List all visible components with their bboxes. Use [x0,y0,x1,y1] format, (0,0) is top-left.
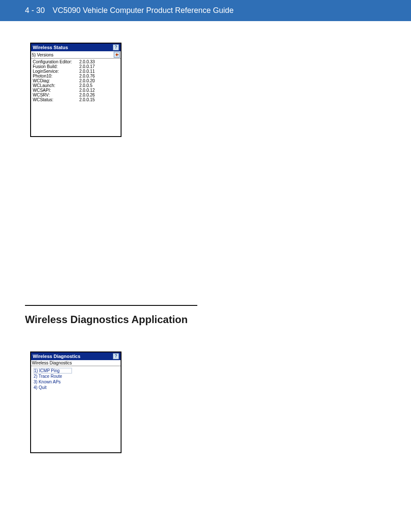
window-titlebar: Wireless Diagnostics ? [31,352,121,360]
version-label: WCDiag: [33,78,79,83]
window-subtitle: Wireless Diagnostics [32,361,72,365]
window-title: Wireless Status [33,45,112,50]
version-row: WCSAPI: 2.0.0.12 [33,88,119,93]
version-value: 2.0.0.76 [79,74,95,78]
version-label: WCStatus: [33,97,79,102]
diag-item-quit[interactable]: 4) Quit [34,385,118,390]
version-value: 2.0.0.26 [79,93,95,97]
version-value: 2.0.0.5 [79,83,93,88]
page-number: 4 - 30 [25,6,45,15]
help-icon[interactable]: ? [113,44,119,50]
version-value: 2.0.0.15 [79,97,95,102]
version-value: 2.0.0.33 [79,59,95,64]
version-row: WCLaunch: 2.0.0.5 [33,83,119,88]
wireless-status-window: Wireless Status ? 5) Versions Configurat… [30,43,121,137]
version-label: Photon10: [33,74,79,78]
diagnostics-menu: 1) ICMP Ping 2) Trace Route 3) Known APs… [31,366,121,452]
version-label: WCSAPI: [33,88,79,93]
diag-item-icmp-ping[interactable]: 1) ICMP Ping [34,368,72,373]
diag-item-known-aps[interactable]: 3) Known APs [34,379,118,385]
version-value: 2.0.0.20 [79,78,95,83]
version-row: WCDiag: 2.0.0.20 [33,78,119,83]
window-title: Wireless Diagnostics [33,354,112,359]
version-row: LoginService: 2.0.0.11 [33,69,119,74]
window-subtitle: 5) Versions [32,53,53,57]
version-value: 2.0.0.11 [79,69,95,74]
back-arrow-icon[interactable] [114,52,120,58]
window-titlebar: Wireless Status ? [31,44,121,51]
version-row: Configuration Editor: 2.0.0.33 [33,59,119,64]
page-header: 4 - 30 VC5090 Vehicle Computer Product R… [0,0,411,21]
version-label: WCSRV: [33,93,79,97]
diag-item-trace-route[interactable]: 2) Trace Route [34,373,118,379]
version-value: 2.0.0.12 [79,88,95,93]
version-label: LoginService: [33,69,79,74]
version-label: WCLaunch: [33,83,79,88]
versions-list: Configuration Editor: 2.0.0.33 Fusion Bu… [31,59,121,136]
wireless-diagnostics-window: Wireless Diagnostics ? Wireless Diagnost… [30,352,121,453]
page-title: VC5090 Vehicle Computer Product Referenc… [53,6,234,15]
window-subbar: 5) Versions [31,51,121,59]
version-row: Fusion Build: 2.0.0.17 [33,64,119,69]
version-label: Configuration Editor: [33,59,79,64]
svg-rect-0 [117,54,118,55]
version-row: WCSRV: 2.0.0.26 [33,93,119,97]
version-label: Fusion Build: [33,64,79,69]
help-icon[interactable]: ? [113,353,119,359]
version-value: 2.0.0.17 [79,64,95,69]
window-subbar: Wireless Diagnostics [31,360,121,366]
section-heading: Wireless Diagnostics Application [25,305,197,326]
version-row: Photon10: 2.0.0.76 [33,74,119,78]
version-row: WCStatus: 2.0.0.15 [33,97,119,102]
